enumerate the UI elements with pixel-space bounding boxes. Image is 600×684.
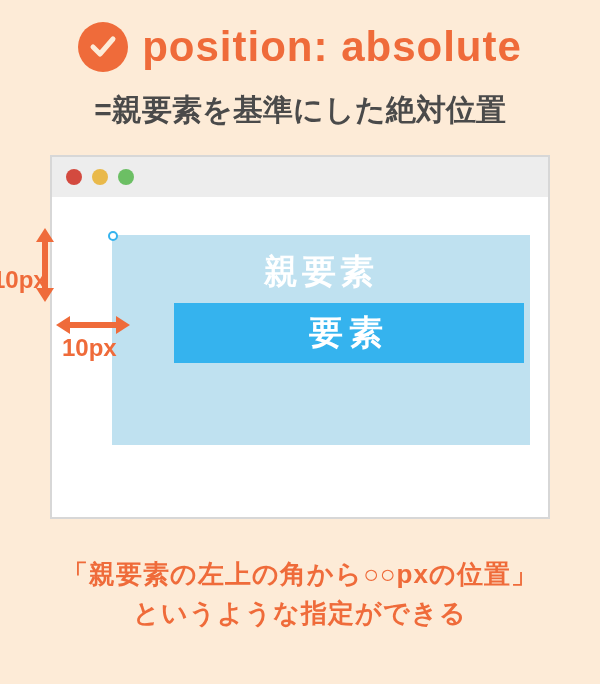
footer-line-1: 「親要素の左上の角から○○pxの位置」: [0, 555, 600, 594]
page-title: position: absolute: [142, 23, 522, 71]
child-element-box: 要素: [174, 303, 524, 363]
subtitle: =親要素を基準にした絶対位置: [0, 90, 600, 131]
heading: position: absolute: [0, 0, 600, 72]
browser-titlebar: [52, 157, 548, 197]
svg-marker-4: [56, 316, 70, 334]
svg-marker-5: [116, 316, 130, 334]
traffic-light-max-icon: [118, 169, 134, 185]
browser-viewport: 親要素 要素: [52, 197, 548, 517]
footer-line-2: というような指定ができる: [0, 594, 600, 633]
vertical-offset-label: 10px: [0, 266, 47, 294]
svg-marker-1: [36, 228, 54, 242]
check-icon: [78, 22, 128, 72]
child-element-label: 要素: [309, 310, 389, 356]
origin-anchor-icon: [108, 231, 118, 241]
traffic-light-close-icon: [66, 169, 82, 185]
footer-explanation: 「親要素の左上の角から○○pxの位置」 というような指定ができる: [0, 555, 600, 633]
traffic-light-min-icon: [92, 169, 108, 185]
horizontal-offset-label: 10px: [62, 334, 117, 362]
